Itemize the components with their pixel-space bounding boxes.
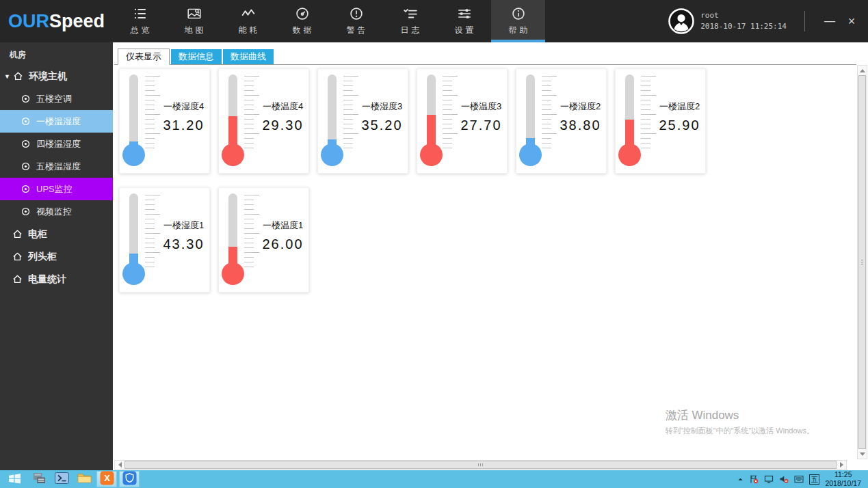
action-center-flag-icon[interactable] (749, 474, 759, 484)
triangle-up-icon (860, 69, 865, 72)
taskbar-app-powershell[interactable] (51, 471, 72, 487)
nav-item-logs[interactable]: 日志 (383, 0, 437, 42)
watermark-title: 激活 Windows (666, 407, 814, 423)
gauge-card: 一楼温度4 29.30 (218, 68, 309, 174)
gauge-value: 31.20 (163, 118, 204, 133)
app-window: OURSpeed 总览 地图 能耗 数据 警告 日志 设置 帮助 root 20… (0, 0, 868, 488)
login-datetime: 2018-10-17 11:25:14 (700, 21, 787, 33)
ime-keyboard-icon[interactable] (794, 474, 804, 484)
sidebar-item-label: 电柜 (28, 228, 47, 241)
gauge-value: 38.80 (560, 118, 601, 133)
gauge-card: 一楼温度2 25.90 (615, 68, 706, 174)
nav-item-label: 能耗 (239, 25, 261, 36)
tab-data-info[interactable]: 数据信息 (171, 49, 222, 64)
home-icon (12, 252, 23, 262)
wubi-input-indicator[interactable]: 五 (809, 474, 819, 485)
user-area: root 2018-10-17 11:25:14 — × (668, 0, 868, 42)
sidebar-items: ▼ 环境主机 五楼空调 一楼温湿度 四楼温湿度 五楼温湿度 UPS监控 视频监控… (0, 65, 113, 290)
thermometer-bulb-icon (222, 262, 244, 285)
home-icon (13, 71, 23, 81)
gauge-card: 一楼温度3 27.70 (417, 68, 508, 174)
gauge-label: 一楼湿度4 (163, 100, 204, 113)
user-avatar-icon[interactable] (668, 8, 694, 34)
target-icon (21, 116, 31, 126)
triangle-right-icon (840, 462, 843, 467)
close-button[interactable]: × (841, 14, 863, 29)
gauge-text: 一楼温度3 27.70 (457, 85, 505, 148)
gauge-card: 一楼湿度1 43.30 (119, 187, 210, 293)
target-icon (21, 161, 31, 172)
nav-item-map[interactable]: 地图 (167, 0, 221, 42)
minimize-button[interactable]: — (819, 15, 841, 27)
scroll-down-button[interactable] (858, 449, 867, 459)
sidebar-item-ups-monitor[interactable]: UPS监控 (0, 178, 113, 200)
taskbar-app-server-manager[interactable] (29, 471, 49, 487)
nav-item-label: 日志 (401, 25, 423, 36)
gauge-value: 25.90 (659, 118, 700, 133)
nav-item-overview[interactable]: 总览 (113, 0, 167, 42)
scroll-right-button[interactable] (837, 461, 846, 469)
gauge-label: 一楼温度3 (461, 100, 501, 113)
horizontal-scrollbar[interactable] (114, 460, 847, 470)
app-logo: OURSpeed (0, 0, 113, 42)
sidebar-item-video-monitor[interactable]: 视频监控 (0, 200, 113, 223)
sidebar-item-label: 一楼温湿度 (36, 116, 81, 128)
taskbar-clock[interactable]: 11:25 2018/10/17 (822, 470, 868, 488)
scroll-up-button[interactable] (858, 66, 867, 75)
home-icon (12, 274, 23, 284)
nav-item-data[interactable]: 数据 (275, 0, 329, 42)
sidebar-item-power-cabinet[interactable]: 电柜 (0, 223, 113, 245)
target-icon (21, 206, 31, 217)
tab-data-curve[interactable]: 数据曲线 (223, 49, 274, 64)
gauge-text: 一楼湿度2 38.80 (556, 85, 605, 148)
start-button[interactable] (0, 470, 29, 488)
username: root (700, 10, 787, 22)
sidebar-item-floor4-temp-humidity[interactable]: 四楼温湿度 (0, 133, 113, 155)
gauge-text: 一楼湿度3 35.20 (358, 85, 406, 148)
scroll-left-button[interactable] (115, 461, 124, 469)
sidebar-item-label: UPS监控 (36, 183, 73, 195)
sidebar-item-row-cabinet[interactable]: 列头柜 (0, 245, 113, 268)
volume-muted-icon[interactable] (779, 474, 789, 484)
security-shield-icon (122, 471, 137, 488)
network-display-icon[interactable] (764, 474, 774, 484)
taskbar-app-xampp[interactable]: X (96, 471, 117, 487)
thermometer-tube (129, 193, 138, 266)
thermometer-tube (427, 74, 436, 147)
target-icon (21, 184, 31, 194)
tab-gauge-display[interactable]: 仪表显示 (118, 49, 170, 65)
sidebar-item-env-host[interactable]: ▼ 环境主机 (0, 65, 113, 87)
gauge-label: 一楼温度2 (659, 100, 700, 113)
sidebar-item-floor5-ac[interactable]: 五楼空调 (0, 87, 113, 110)
nav-item-label: 设置 (455, 25, 477, 36)
logo-text-secondary: Speed (49, 11, 105, 32)
log-icon (403, 6, 418, 21)
explorer-icon (77, 472, 92, 487)
triangle-left-icon (118, 462, 122, 467)
top-header: OURSpeed 总览 地图 能耗 数据 警告 日志 设置 帮助 root 20… (0, 0, 868, 42)
gauge-text: 一楼湿度1 43.30 (159, 204, 208, 267)
map-icon (187, 6, 202, 21)
tray-expand-icon[interactable] (737, 476, 744, 483)
vertical-scrollbar[interactable] (857, 65, 867, 459)
gauge-label: 一楼温度1 (263, 219, 303, 232)
sidebar-item-floor5-temp-humidity[interactable]: 五楼温湿度 (0, 155, 113, 178)
nav-item-help[interactable]: 帮助 (491, 0, 545, 42)
gauge-card: 一楼湿度2 38.80 (516, 68, 607, 174)
tab-bar: 仪表显示数据信息数据曲线 (114, 49, 856, 65)
gauge-value: 29.30 (262, 118, 303, 133)
clock-date: 2018/10/17 (825, 479, 861, 488)
sidebar-item-floor1-temp-humidity[interactable]: 一楼温湿度 (0, 110, 113, 133)
taskbar-app-security-shield[interactable] (119, 471, 140, 487)
gauge-text: 一楼湿度4 31.20 (159, 85, 208, 148)
horizontal-scroll-thumb[interactable] (124, 461, 837, 469)
gauge-panel: 一楼湿度4 31.20 一楼温度4 29.30 一楼湿度3 35.20 一楼温度… (114, 65, 856, 459)
vertical-scroll-thumb[interactable] (858, 75, 866, 449)
sidebar-item-power-stats[interactable]: 电量统计 (0, 268, 113, 290)
taskbar-app-explorer[interactable] (74, 471, 94, 487)
watermark-subtitle: 转到"控制面板"中的"系统"以激活 Windows。 (666, 426, 814, 436)
nav-item-energy[interactable]: 能耗 (221, 0, 275, 42)
nav-item-settings[interactable]: 设置 (437, 0, 491, 42)
nav-item-label: 地图 (185, 25, 207, 36)
nav-item-alerts[interactable]: 警告 (329, 0, 383, 42)
